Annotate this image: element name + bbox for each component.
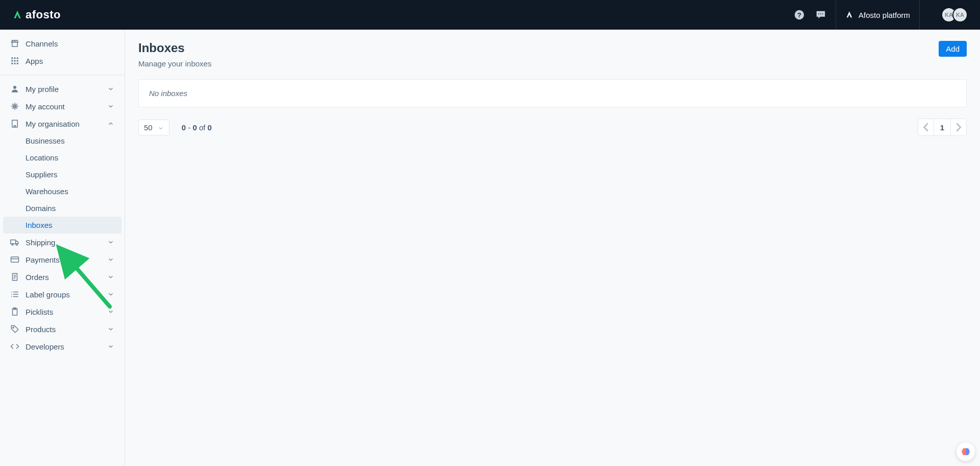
sidebar-sub-suppliers[interactable]: Suppliers	[3, 166, 121, 183]
credit-card-icon	[10, 255, 19, 264]
sidebar-item-label: Orders	[26, 273, 101, 282]
sidebar-sub-locations[interactable]: Locations	[3, 149, 121, 166]
page-info: 0 - 0 of 0	[182, 123, 212, 132]
truck-icon	[10, 238, 19, 247]
chevron-down-icon	[107, 103, 114, 110]
empty-state: No inboxes	[138, 79, 967, 107]
svg-point-25	[16, 244, 17, 245]
logo-mark-small-icon	[845, 11, 853, 19]
sidebar-sub-inboxes[interactable]: Inboxes	[3, 217, 121, 234]
sidebar-item-products[interactable]: Products	[3, 320, 121, 338]
help-widget-button[interactable]	[957, 442, 975, 461]
svg-rect-7	[17, 57, 18, 59]
svg-rect-11	[11, 63, 13, 64]
building-icon	[10, 119, 19, 128]
chat-icon[interactable]	[815, 9, 826, 20]
chevron-down-icon	[107, 308, 114, 315]
chevron-down-icon	[107, 256, 114, 263]
svg-rect-12	[14, 63, 16, 64]
sidebar-item-label: Apps	[26, 57, 114, 65]
sidebar-item-my-organisation[interactable]: My organisation	[3, 115, 121, 132]
list-icon	[10, 290, 19, 299]
svg-rect-8	[11, 60, 13, 62]
avatar: KA	[952, 7, 968, 22]
sidebar-item-my-account[interactable]: My account	[3, 98, 121, 115]
next-page-button[interactable]	[950, 119, 967, 136]
chevron-down-icon	[107, 239, 114, 246]
svg-rect-26	[11, 257, 19, 263]
svg-point-4	[822, 13, 823, 14]
sidebar-item-apps[interactable]: Apps	[3, 52, 121, 69]
pagination: 1	[918, 119, 967, 136]
platform-link-label: Afosto platform	[859, 11, 910, 19]
svg-rect-5	[11, 57, 13, 59]
sidebar-item-shipping[interactable]: Shipping	[3, 234, 121, 251]
sidebar-sub-warehouses[interactable]: Warehouses	[3, 183, 121, 200]
page-number: 1	[934, 119, 950, 136]
chevron-down-icon	[107, 273, 114, 281]
brain-icon	[961, 447, 971, 457]
chevron-up-icon	[107, 120, 114, 127]
sidebar-item-picklists[interactable]: Picklists	[3, 303, 121, 320]
user-icon	[10, 84, 19, 94]
page-size-select[interactable]: 50	[138, 120, 169, 135]
chevron-down-icon	[107, 343, 114, 350]
svg-rect-6	[14, 57, 16, 59]
sidebar-item-label: Shipping	[26, 238, 101, 247]
chevron-down-icon	[107, 85, 114, 92]
chevron-down-icon	[107, 325, 114, 333]
clipboard-icon	[10, 307, 19, 316]
sidebar-item-orders[interactable]: Orders	[3, 268, 121, 286]
sidebar-item-label: Products	[26, 325, 101, 334]
sidebar-item-label-groups[interactable]: Label groups	[3, 286, 121, 303]
sidebar-item-label: My profile	[26, 85, 101, 94]
logo-mark-icon	[12, 10, 22, 20]
avatars[interactable]: KA KA	[941, 7, 968, 22]
svg-rect-9	[14, 60, 16, 62]
sidebar-item-label: My account	[26, 102, 101, 111]
svg-text:?: ?	[797, 11, 801, 19]
sidebar-item-label: Channels	[26, 39, 114, 48]
sidebar-sub-domains[interactable]: Domains	[3, 200, 121, 217]
svg-point-3	[820, 13, 821, 14]
svg-point-40	[13, 327, 14, 328]
storefront-icon	[10, 39, 19, 48]
sidebar: Channels Apps My profile My account My o…	[0, 30, 125, 466]
code-icon	[10, 342, 19, 351]
sidebar-item-label: Picklists	[26, 308, 101, 316]
sidebar-item-payments[interactable]: Payments	[3, 251, 121, 268]
prev-page-button[interactable]	[918, 119, 934, 136]
sidebar-item-my-profile[interactable]: My profile	[3, 80, 121, 98]
sidebar-item-label: Developers	[26, 342, 101, 351]
platform-link[interactable]: Afosto platform	[845, 11, 910, 19]
svg-point-24	[12, 244, 13, 245]
sidebar-item-label: My organisation	[26, 120, 101, 128]
sidebar-item-label: Payments	[26, 255, 101, 264]
sidebar-sub-businesses[interactable]: Businesses	[3, 132, 121, 149]
chevron-down-icon	[107, 291, 114, 298]
sidebar-item-developers[interactable]: Developers	[3, 338, 121, 355]
gear-icon	[10, 102, 19, 111]
tag-icon	[10, 324, 19, 334]
svg-point-14	[13, 86, 16, 89]
svg-rect-15	[12, 120, 18, 127]
sidebar-item-label: Label groups	[26, 290, 101, 299]
add-button[interactable]: Add	[939, 41, 967, 57]
svg-rect-22	[14, 126, 16, 127]
logo-text: afosto	[26, 8, 61, 21]
sidebar-item-channels[interactable]: Channels	[3, 35, 121, 52]
chevron-down-icon	[158, 124, 164, 130]
logo[interactable]: afosto	[12, 8, 61, 21]
receipt-icon	[10, 272, 19, 282]
svg-rect-10	[17, 60, 18, 62]
page-title: Inboxes	[138, 41, 211, 55]
page-size-value: 50	[144, 123, 153, 132]
svg-rect-13	[17, 63, 18, 64]
svg-rect-23	[11, 240, 16, 244]
svg-point-2	[819, 13, 820, 14]
grid-icon	[10, 56, 19, 65]
page-subtitle: Manage your inboxes	[138, 59, 211, 68]
help-icon[interactable]: ?	[794, 9, 805, 20]
